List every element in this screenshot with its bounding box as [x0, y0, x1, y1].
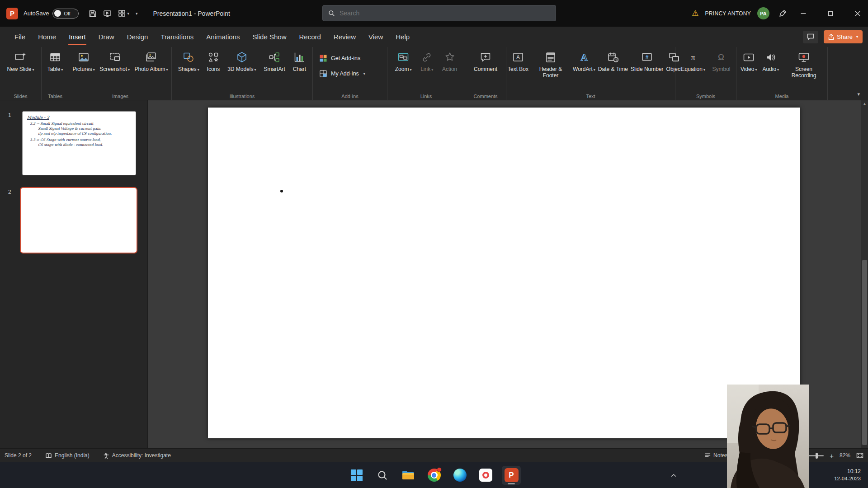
ribbon-audio-button[interactable]: Audio▾: [761, 48, 780, 72]
start-button[interactable]: [347, 466, 366, 485]
zoom-slider-knob[interactable]: [816, 453, 818, 459]
scroll-up-arrow[interactable]: ▲: [861, 102, 868, 106]
ribbon-group-symbols: π Equation▾ Ω Symbol Symbols: [675, 47, 736, 100]
ribbon-group-slides: New Slide▾ Slides: [0, 47, 42, 100]
chevron-down-icon: ▾: [61, 68, 63, 72]
edge-button[interactable]: [450, 466, 469, 485]
group-label-images: Images: [69, 94, 171, 99]
group-label-media: Media: [736, 94, 827, 99]
close-button[interactable]: [847, 0, 868, 27]
ribbon-video-button[interactable]: Video▾: [739, 48, 759, 72]
spelling-language-button[interactable]: English (India): [45, 452, 90, 459]
slide-thumbnail-panel: 1 Module - 3 3.2 ⇒ Small Signal equivale…: [0, 100, 148, 448]
ribbon-new-slide-button[interactable]: New Slide▾: [5, 48, 35, 72]
chrome-button[interactable]: [425, 466, 443, 485]
ribbon-comment-button[interactable]: Comment: [472, 48, 499, 72]
minimize-button[interactable]: [793, 0, 814, 27]
menu-tab-slideshow[interactable]: Slide Show: [246, 27, 292, 47]
scrollbar-thumb[interactable]: [862, 260, 867, 445]
ribbon: New Slide▾ Slides Table▾ Tables: [0, 47, 868, 100]
warning-icon[interactable]: ⚠: [692, 9, 698, 18]
ribbon-zoom-button[interactable]: Zoom▾: [394, 48, 413, 72]
tray-show-hidden-icons[interactable]: [671, 462, 676, 488]
search-bar[interactable]: [322, 5, 556, 21]
menu-tab-view[interactable]: View: [362, 27, 389, 47]
search-input[interactable]: [340, 9, 550, 17]
avatar[interactable]: PA: [757, 7, 769, 19]
ribbon-group-addins: Get Add-ins My Add-ins ▾ Add-ins: [313, 47, 387, 100]
slide-2-thumbnail-selected[interactable]: [20, 187, 137, 253]
comment-bubble-icon: [807, 33, 814, 40]
maximize-button[interactable]: [820, 0, 841, 27]
ribbon-equation-button[interactable]: π Equation▾: [680, 48, 707, 72]
menu-tab-home[interactable]: Home: [32, 27, 62, 47]
ribbon-header-footer-button[interactable]: Header & Footer: [530, 48, 571, 79]
ribbon-pictures-button[interactable]: Pictures▾: [71, 48, 96, 72]
powerpoint-taskbar-button[interactable]: P: [502, 466, 521, 485]
ribbon-text-box-button[interactable]: A Text Box: [506, 48, 530, 72]
powerpoint-app-icon[interactable]: P: [6, 8, 18, 19]
collapse-ribbon-chevron[interactable]: ▾: [857, 91, 860, 97]
autosave-control[interactable]: AutoSave Off: [24, 9, 79, 19]
menu-tab-transitions[interactable]: Transitions: [154, 27, 200, 47]
menu-tab-record[interactable]: Record: [292, 27, 327, 47]
maximize-icon: [828, 11, 833, 16]
group-label-text: Text: [506, 94, 675, 99]
ribbon-link-button: Link▾: [419, 48, 434, 72]
customize-qat-chevron[interactable]: ▾: [136, 11, 138, 16]
notes-icon: [705, 453, 711, 458]
slide-2-number: 2: [8, 189, 11, 195]
ribbon-get-addins-button[interactable]: Get Add-ins: [319, 54, 387, 62]
ribbon-icons-button[interactable]: Icons: [206, 48, 222, 72]
group-label-comments: Comments: [465, 94, 506, 99]
menu-tab-review[interactable]: Review: [327, 27, 362, 47]
view-grid-button[interactable]: ▾: [118, 9, 129, 17]
svg-text:Ω: Ω: [718, 53, 724, 62]
chevron-down-icon: ▾: [255, 68, 256, 72]
ribbon-photo-album-button[interactable]: Photo Album▾: [133, 48, 169, 72]
slide-indicator[interactable]: Slide 2 of 2: [5, 452, 32, 459]
ribbon-smartart-button[interactable]: SmartArt: [262, 48, 286, 72]
ribbon-table-button[interactable]: Table▾: [46, 48, 65, 72]
menu-tab-draw[interactable]: Draw: [92, 27, 121, 47]
account-name[interactable]: PRINCY ANTONY: [705, 10, 751, 17]
menu-tab-animations[interactable]: Animations: [200, 27, 246, 47]
chevron-down-icon: ▾: [93, 68, 95, 72]
autosave-label: AutoSave: [24, 10, 49, 17]
ribbon-chart-button[interactable]: Chart: [292, 48, 307, 72]
accessibility-button[interactable]: Accessibility: Investigate: [103, 452, 171, 459]
fit-slide-to-window-button[interactable]: [856, 452, 863, 459]
taskbar-search-button[interactable]: [373, 466, 392, 485]
save-button[interactable]: [89, 9, 97, 18]
zoom-slides-icon: [397, 51, 410, 64]
autosave-toggle[interactable]: Off: [52, 9, 79, 19]
menu-tab-file[interactable]: File: [8, 27, 32, 47]
menu-tab-insert[interactable]: Insert: [62, 27, 92, 47]
ribbon-group-comments: Comment Comments: [465, 47, 506, 100]
chevron-down-icon: ▾: [410, 68, 411, 72]
share-button[interactable]: Share ▾: [824, 30, 863, 43]
ribbon-my-addins-button[interactable]: My Add-ins ▾: [319, 70, 387, 78]
minimize-icon: [801, 11, 806, 16]
ribbon-shapes-button[interactable]: Shapes▾: [177, 48, 201, 72]
comments-pane-button[interactable]: [803, 31, 818, 43]
ribbon-date-time-button[interactable]: Date & Time: [597, 48, 629, 72]
start-slideshow-button[interactable]: [103, 9, 112, 18]
zoom-percent[interactable]: 82%: [840, 452, 850, 459]
ribbon-wordart-button[interactable]: A WordArt▾: [571, 48, 597, 72]
ribbon-screenshot-button[interactable]: Screenshot▾: [98, 48, 131, 72]
slide-1-thumbnail[interactable]: Module - 3 3.2 ⇒ Small Signal equivalent…: [22, 111, 136, 175]
ribbon-screen-recording-button[interactable]: Screen Recording: [783, 48, 825, 79]
file-explorer-button[interactable]: [399, 466, 418, 485]
vertical-scrollbar[interactable]: ▲: [861, 100, 868, 448]
slide-canvas[interactable]: [208, 108, 800, 438]
pen-mode-button[interactable]: [778, 9, 787, 18]
ribbon-slide-number-button[interactable]: # Slide Number: [629, 48, 665, 72]
tray-clock[interactable]: 10:12 12-04-2023: [834, 462, 861, 488]
ribbon-3d-models-button[interactable]: 3D Models▾: [226, 48, 257, 72]
menu-tab-help[interactable]: Help: [389, 27, 416, 47]
recorder-app-button[interactable]: [476, 466, 495, 485]
notes-button[interactable]: Notes: [705, 452, 727, 459]
zoom-in-button[interactable]: +: [830, 452, 834, 460]
menu-tab-design[interactable]: Design: [121, 27, 155, 47]
